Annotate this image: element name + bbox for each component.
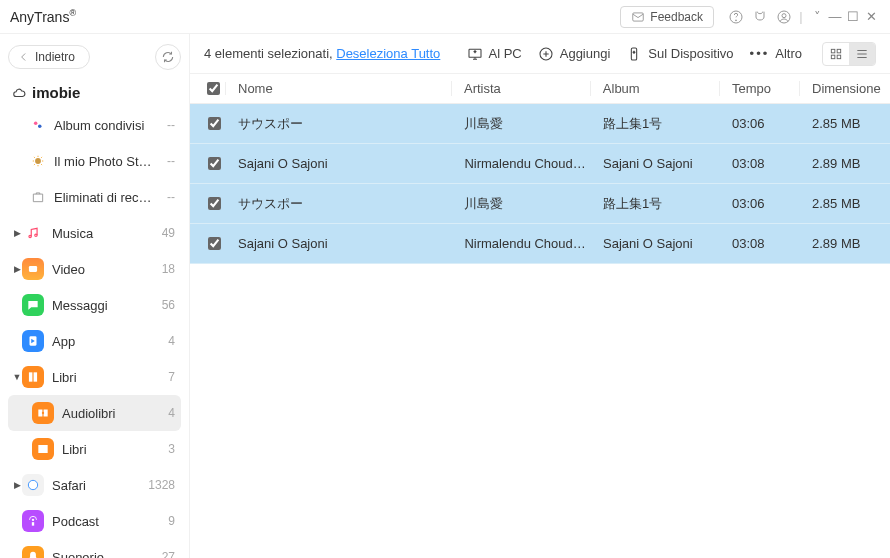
grid-icon: [829, 47, 843, 61]
row-checkbox[interactable]: [208, 237, 221, 250]
header-name[interactable]: Nome: [226, 81, 452, 96]
expand-tri-icon[interactable]: ▶: [12, 516, 22, 526]
back-button[interactable]: Indietro: [8, 45, 90, 69]
table-row[interactable]: サウスポー川島愛路上集1号03:062.85 MB: [190, 184, 890, 224]
sidebar-item-app[interactable]: ▶App4: [8, 323, 181, 359]
sidebar-item-books2[interactable]: Libri3: [8, 431, 181, 467]
cell-time: 03:08: [720, 156, 800, 171]
cloud-icon: [12, 86, 26, 100]
sidebar-item-count: 9: [153, 514, 175, 528]
cloud-item-label: Album condivisi: [54, 118, 153, 133]
sidebar-item-safari[interactable]: ▶Safari1328: [8, 467, 181, 503]
sidebar-item-count: 18: [153, 262, 175, 276]
header-artist[interactable]: Artista: [452, 81, 591, 96]
expand-tri-icon[interactable]: ▶: [12, 552, 22, 558]
svg-point-16: [32, 519, 34, 521]
svg-rect-23: [837, 55, 841, 59]
header-time[interactable]: Tempo: [720, 81, 800, 96]
cell-album: Sajani O Sajoni: [591, 236, 720, 251]
user-icon[interactable]: [774, 7, 794, 27]
account-icon[interactable]: [750, 7, 770, 27]
add-button[interactable]: Aggiungi: [538, 46, 611, 62]
sidebar-cloud-item[interactable]: Album condivisi--: [8, 107, 181, 143]
cloud-item-icon: [30, 117, 46, 133]
sidebar-item-music[interactable]: ▶Musica49: [8, 215, 181, 251]
cloud-item-icon: [30, 153, 46, 169]
cell-artist: 川島愛: [452, 115, 591, 133]
svg-rect-21: [837, 49, 841, 53]
sidebar-item-video[interactable]: ▶Video18: [8, 251, 181, 287]
chevron-down-icon[interactable]: ˅: [808, 9, 826, 24]
svg-point-5: [34, 122, 38, 126]
table-row[interactable]: Sajani O SajoniNirmalendu ChoudhurySajan…: [190, 144, 890, 184]
sidebar-item-podcast[interactable]: ▶Podcast9: [8, 503, 181, 539]
cell-size: 2.89 MB: [800, 236, 890, 251]
deselect-all-link[interactable]: Deseleziona Tutto: [336, 46, 440, 61]
expand-tri-icon[interactable]: ▶: [12, 300, 22, 310]
more-label: Altro: [775, 46, 802, 61]
sidebar-item-label: Suonerie: [52, 550, 153, 559]
list-view-button[interactable]: [849, 43, 875, 65]
expand-tri-icon[interactable]: ▶: [12, 336, 22, 346]
cell-album: Sajani O Sajoni: [591, 156, 720, 171]
expand-tri-icon[interactable]: ▶: [12, 228, 22, 238]
toolbar: 4 elementi selezionati, Deseleziona Tutt…: [190, 34, 890, 74]
sidebar-item-label: Audiolibri: [62, 406, 153, 421]
sidebar-item-ring[interactable]: ▶Suonerie27: [8, 539, 181, 558]
header-album[interactable]: Album: [591, 81, 720, 96]
device-name: imobie: [32, 84, 80, 101]
sidebar-item-count: 3: [153, 442, 175, 456]
sidebar-cloud-item[interactable]: Il mio Photo Stream--: [8, 143, 181, 179]
sidebar-cloud-item[interactable]: Eliminati di recente--: [8, 179, 181, 215]
selection-count-text: 4 elementi selezionati,: [204, 46, 336, 61]
svg-point-9: [35, 234, 37, 236]
select-all-checkbox[interactable]: [207, 82, 220, 95]
books2-icon: [32, 438, 54, 460]
grid-view-button[interactable]: [823, 43, 849, 65]
sidebar-item-label: Video: [52, 262, 153, 277]
app-name-text: AnyTrans: [10, 9, 69, 25]
titlebar: AnyTrans® Feedback | ˅ — ☐ ✕: [0, 0, 890, 34]
to-device-label: Sul Dispositivo: [648, 46, 733, 61]
header-size[interactable]: Dimensione: [800, 81, 890, 96]
sidebar-item-label: Safari: [52, 478, 148, 493]
minimize-icon[interactable]: —: [826, 9, 844, 24]
sidebar-item-audiob[interactable]: Audiolibri4: [8, 395, 181, 431]
feedback-button[interactable]: Feedback: [620, 6, 714, 28]
mail-icon: [631, 10, 645, 24]
sidebar-item-label: Musica: [52, 226, 153, 241]
help-icon[interactable]: [726, 7, 746, 27]
svg-rect-12: [29, 372, 33, 381]
more-button[interactable]: ••• Altro: [750, 46, 802, 61]
table-row[interactable]: Sajani O SajoniNirmalendu ChoudhurySajan…: [190, 224, 890, 264]
expand-tri-icon[interactable]: ▶: [12, 480, 22, 490]
sidebar-item-books[interactable]: ▼Libri7: [8, 359, 181, 395]
app-title: AnyTrans®: [10, 8, 76, 25]
sidebar-item-count: 49: [153, 226, 175, 240]
device-header[interactable]: imobie: [8, 80, 181, 107]
refresh-button[interactable]: [155, 44, 181, 70]
svg-point-2: [736, 19, 737, 20]
to-device-button[interactable]: Sul Dispositivo: [626, 46, 733, 62]
table-header: Nome Artista Album Tempo Dimensione: [190, 74, 890, 104]
expand-tri-icon[interactable]: ▼: [12, 372, 22, 382]
row-checkbox[interactable]: [208, 197, 221, 210]
cell-name: サウスポー: [226, 195, 452, 213]
svg-point-4: [782, 13, 786, 17]
cloud-item-count: --: [153, 118, 175, 132]
close-icon[interactable]: ✕: [862, 9, 880, 24]
window-separator: |: [794, 9, 808, 24]
cell-name: Sajani O Sajoni: [226, 156, 452, 171]
back-label: Indietro: [35, 50, 75, 64]
sidebar-item-msg[interactable]: ▶Messaggi56: [8, 287, 181, 323]
row-checkbox[interactable]: [208, 117, 221, 130]
add-label: Aggiungi: [560, 46, 611, 61]
maximize-icon[interactable]: ☐: [844, 9, 862, 24]
cloud-item-label: Il mio Photo Stream: [54, 154, 153, 169]
row-checkbox[interactable]: [208, 157, 221, 170]
arrow-left-icon: [17, 50, 31, 64]
cell-artist: 川島愛: [452, 195, 591, 213]
table-row[interactable]: サウスポー川島愛路上集1号03:062.85 MB: [190, 104, 890, 144]
to-pc-button[interactable]: Al PC: [467, 46, 522, 62]
expand-tri-icon[interactable]: ▶: [12, 264, 22, 274]
